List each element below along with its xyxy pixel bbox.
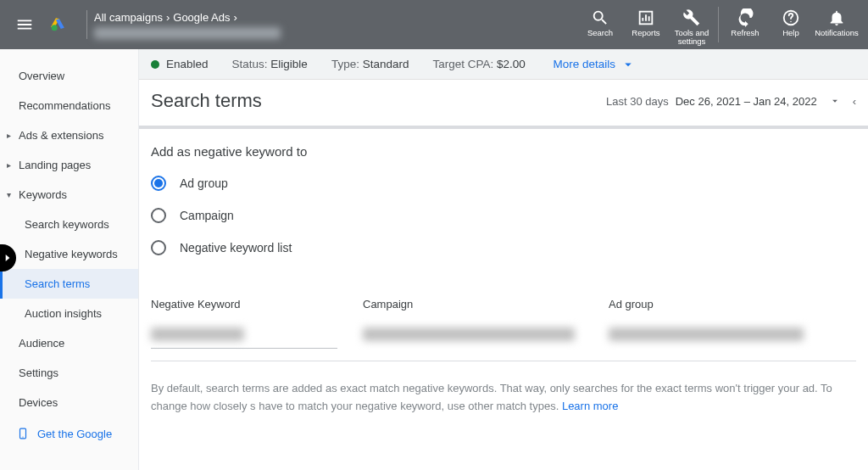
header-label: Reports (632, 29, 659, 37)
breadcrumb-all-campaigns[interactable]: All campaigns (94, 11, 163, 24)
sidebar-item-search-terms[interactable]: Search terms (0, 269, 138, 299)
radio-campaign[interactable]: Campaign (151, 208, 856, 223)
sidebar-item-search-keywords[interactable]: Search keywords (0, 210, 138, 239)
footer-help-text: By default, search terms are added as ex… (151, 361, 856, 424)
header-actions: Search Reports Tools and settings Refres… (577, 3, 860, 47)
caret-down-icon: ▾ (7, 190, 11, 199)
column-ad-group: Ad group (609, 298, 856, 311)
sidebar-item-ads-extensions[interactable]: ▸ Ads & extensions (0, 120, 138, 150)
get-google-link[interactable]: Get the Google (0, 417, 138, 450)
google-ads-logo[interactable] (47, 11, 71, 38)
chevron-right-icon (2, 252, 14, 264)
date-range-picker[interactable]: Last 30 days Dec 26, 2021 – Jan 24, 2022… (606, 95, 856, 108)
campaign-status-bar: Enabled Status: Eligible Type: Standard … (139, 49, 868, 80)
chevron-right-icon: › (234, 11, 237, 24)
svg-point-3 (790, 20, 791, 21)
sidebar-label: Keywords (19, 188, 67, 201)
target-label: Target CPA: (432, 58, 493, 70)
date-range-value: Dec 26, 2021 – Jan 24, 2022 (676, 95, 817, 108)
sidebar-item-settings[interactable]: Settings (0, 358, 138, 388)
table-row (151, 322, 856, 361)
type-value: Standard (363, 58, 409, 70)
main-content: Enabled Status: Eligible Type: Standard … (139, 49, 868, 470)
type-standard: Type: Standard (331, 58, 409, 70)
header-divider (86, 10, 87, 39)
sidebar-label: Ads & extensions (19, 129, 103, 142)
sidebar-nav: Overview Recommendations ▸ Ads & extensi… (0, 49, 139, 470)
sidebar-item-negative-keywords[interactable]: Negative keywords (0, 239, 138, 269)
header-label: Tools and settings (669, 29, 715, 47)
header-label: Help (782, 29, 799, 37)
refresh-icon (736, 8, 754, 27)
date-prev-button[interactable]: ‹ (853, 95, 856, 108)
hamburger-menu[interactable] (8, 8, 41, 41)
radio-label: Ad group (180, 176, 228, 190)
negative-keyword-input[interactable] (151, 327, 337, 349)
radio-ad-group[interactable]: Ad group (151, 176, 856, 191)
status-label: Status: (232, 58, 268, 70)
breadcrumb-google-ads[interactable]: Google Ads (173, 11, 230, 24)
title-row: Search terms Last 30 days Dec 26, 2021 –… (139, 80, 868, 126)
sidebar-item-audience[interactable]: Audience (0, 328, 138, 358)
target-value: $2.00 (497, 58, 526, 70)
help-button[interactable]: Help (768, 3, 814, 37)
tools-settings-button[interactable]: Tools and settings (669, 3, 715, 47)
sidebar-item-overview[interactable]: Overview (0, 61, 138, 91)
radio-label: Negative keyword list (180, 241, 292, 255)
status-enabled: Enabled (166, 58, 209, 70)
radio-icon (151, 240, 166, 255)
reports-icon (637, 8, 655, 27)
date-range-preset-label: Last 30 days (606, 95, 669, 108)
bell-icon (827, 8, 846, 27)
status-eligible: Status: Eligible (232, 58, 308, 70)
radio-icon (151, 176, 166, 191)
target-cpa: Target CPA: $2.00 (432, 58, 525, 70)
sidebar-item-recommendations[interactable]: Recommendations (0, 91, 138, 120)
reports-button[interactable]: Reports (623, 3, 669, 37)
learn-more-link[interactable]: Learn more (562, 400, 618, 412)
redacted-value (363, 327, 575, 341)
dropdown-icon (829, 95, 841, 107)
status-value: Eligible (270, 58, 308, 70)
header-label: Refresh (731, 29, 759, 37)
chevron-right-icon: › (166, 11, 170, 24)
wrench-icon (682, 8, 701, 27)
column-campaign: Campaign (363, 298, 609, 311)
redacted-value (151, 327, 244, 341)
notifications-button[interactable]: Notifications (814, 3, 860, 37)
status-dot-enabled-icon (151, 60, 159, 69)
sidebar-label: Get the Google (37, 428, 112, 440)
chevron-down-icon (620, 57, 636, 72)
svg-point-5 (22, 437, 23, 438)
sidebar-item-keywords[interactable]: ▾ Keywords (0, 180, 138, 210)
column-negative-keyword: Negative Keyword (151, 298, 363, 311)
menu-icon (15, 15, 34, 34)
page-title: Search terms (151, 90, 262, 112)
header-label: Search (587, 29, 613, 37)
sidebar-item-landing-pages[interactable]: ▸ Landing pages (0, 150, 138, 180)
more-details-button[interactable]: More details (553, 57, 636, 72)
svg-point-0 (52, 25, 58, 31)
ads-logo-icon (47, 11, 71, 35)
table-header: Negative Keyword Campaign Ad group (151, 272, 856, 322)
breadcrumb-detail-redacted (94, 27, 281, 39)
sidebar-item-devices[interactable]: Devices (0, 388, 138, 417)
radio-icon (151, 208, 166, 223)
search-button[interactable]: Search (577, 3, 623, 37)
mobile-icon (17, 426, 29, 441)
caret-right-icon: ▸ (7, 131, 11, 140)
add-negative-keyword-heading: Add as negative keyword to (151, 144, 856, 159)
refresh-button[interactable]: Refresh (722, 3, 768, 37)
sidebar-label: Landing pages (19, 159, 91, 171)
redacted-value (609, 327, 804, 341)
sidebar-item-auction-insights[interactable]: Auction insights (0, 299, 138, 328)
header-label: Notifications (815, 29, 859, 37)
top-header: All campaigns › Google Ads › Search Repo… (0, 0, 868, 49)
breadcrumbs: All campaigns › Google Ads › (94, 11, 281, 24)
more-details-label: More details (553, 58, 615, 70)
radio-label: Campaign (180, 209, 234, 222)
search-icon (591, 8, 609, 27)
radio-negative-keyword-list[interactable]: Negative keyword list (151, 240, 856, 255)
help-icon (782, 8, 800, 27)
footer-text-line: have to match your negative keyword, use… (259, 400, 559, 412)
